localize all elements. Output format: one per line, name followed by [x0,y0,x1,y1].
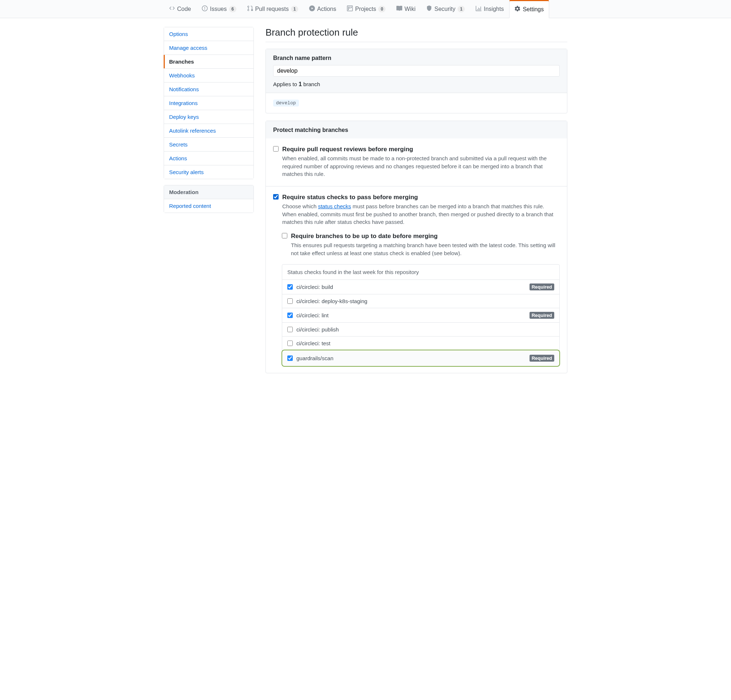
sidebar-item-deploy-keys[interactable]: Deploy keys [164,110,254,124]
require-up-to-date-checkbox[interactable] [282,233,287,239]
required-badge: Required [530,312,554,319]
status-check-row: ci/circleci: test [282,337,559,350]
actions-icon [309,6,315,13]
require-status-checks-note: Choose which status checks must pass bef… [282,202,560,226]
sidebar-item-branches[interactable]: Branches [164,55,254,69]
status-check-checkbox[interactable] [287,327,293,332]
status-check-checkbox[interactable] [287,299,293,304]
status-checks-heading: Status checks found in the last week for… [282,265,559,280]
required-badge: Required [530,284,554,290]
status-check-row: guardrails/scanRequired [282,350,559,366]
tab-security[interactable]: Security1 [421,0,470,18]
require-pr-reviews-label: Require pull request reviews before merg… [282,145,560,154]
status-check-row: ci/circleci: publish [282,323,559,337]
pull-requests-icon [247,6,253,13]
tab-label: Pull requests [255,6,289,12]
status-check-checkbox[interactable] [287,356,293,361]
wiki-icon [396,6,402,13]
status-check-name: ci/circleci: lint [297,312,329,318]
tab-label: Actions [317,6,336,12]
tab-insights[interactable]: Insights [470,0,509,18]
tab-label: Security [434,6,455,12]
sidebar-item-actions[interactable]: Actions [164,152,254,165]
status-check-checkbox[interactable] [287,341,293,346]
tab-label: Projects [355,6,376,12]
require-status-checks-checkbox[interactable] [273,194,279,199]
require-pr-reviews-checkbox[interactable] [273,146,279,152]
sidebar-item-security-alerts[interactable]: Security alerts [164,165,254,179]
status-check-row: ci/circleci: deploy-k8s-staging [282,294,559,308]
pattern-label: Branch name pattern [273,55,331,61]
status-check-row: ci/circleci: lintRequired [282,308,559,323]
required-badge: Required [530,355,554,362]
sidebar-item-options[interactable]: Options [164,27,254,41]
matched-branch-chip: develop [273,100,299,107]
repo-tabnav: CodeIssues6Pull requests1ActionsProjects… [0,0,731,18]
status-check-name: guardrails/scan [297,355,333,361]
settings-sidebar: OptionsManage accessBranchesWebhooksNoti… [164,27,254,381]
page-subhead: Branch protection rule [266,27,567,42]
sidebar-item-autolink-references[interactable]: Autolink references [164,124,254,138]
tab-label: Settings [523,6,544,13]
tab-wiki[interactable]: Wiki [391,0,421,18]
status-check-name: ci/circleci: build [297,284,333,290]
tab-counter: 0 [378,6,386,12]
status-checks-link[interactable]: status checks [318,203,351,209]
sidebar-item-reported-content[interactable]: Reported content [164,199,254,212]
applies-suffix: branch [302,81,320,87]
require-status-checks-label: Require status checks to pass before mer… [282,193,560,202]
tab-counter: 1 [458,6,465,12]
tab-label: Insights [484,6,504,12]
status-check-name: ci/circleci: test [297,340,330,346]
applies-count: 1 [299,81,302,87]
tab-counter: 6 [229,6,236,12]
require-up-to-date-label: Require branches to be up to date before… [291,232,560,241]
require-pr-reviews-note: When enabled, all commits must be made t… [282,154,560,178]
protect-panel: Protect matching branches Require pull r… [266,121,567,373]
tab-projects[interactable]: Projects0 [342,0,391,18]
note-pre: Choose which [282,203,318,209]
tab-code[interactable]: Code [164,0,197,18]
security-icon [426,6,432,13]
sidebar-heading: Moderation [164,185,254,199]
tab-actions[interactable]: Actions [304,0,342,18]
require-up-to-date-note: This ensures pull requests targeting a m… [291,241,560,257]
sidebar-item-manage-access[interactable]: Manage access [164,41,254,55]
applies-text: Applies to 1 branch [273,81,560,88]
code-icon [169,6,175,13]
status-check-name: ci/circleci: publish [297,327,339,332]
applies-prefix: Applies to [273,81,299,87]
sidebar-item-integrations[interactable]: Integrations [164,96,254,110]
tab-label: Wiki [404,6,415,12]
branch-pattern-panel: Branch name pattern Applies to 1 branch … [266,49,567,113]
sidebar-item-secrets[interactable]: Secrets [164,138,254,152]
status-check-row: ci/circleci: buildRequired [282,280,559,294]
status-check-checkbox[interactable] [287,284,293,290]
settings-icon [515,6,520,13]
tab-label: Issues [210,6,227,12]
protect-heading: Protect matching branches [273,127,348,133]
status-check-checkbox[interactable] [287,313,293,318]
tab-issues[interactable]: Issues6 [197,0,241,18]
sidebar-item-notifications[interactable]: Notifications [164,82,254,96]
issues-icon [202,6,208,13]
tab-label: Code [177,6,191,12]
status-check-name: ci/circleci: deploy-k8s-staging [297,298,367,304]
projects-icon [347,6,353,13]
pattern-input[interactable] [273,65,560,77]
tab-pull-requests[interactable]: Pull requests1 [242,0,304,18]
insights-icon [476,6,481,13]
status-checks-list: Status checks found in the last week for… [282,264,560,366]
page-title: Branch protection rule [266,27,567,38]
tab-settings[interactable]: Settings [509,0,549,18]
sidebar-item-webhooks[interactable]: Webhooks [164,69,254,82]
tab-counter: 1 [291,6,298,12]
